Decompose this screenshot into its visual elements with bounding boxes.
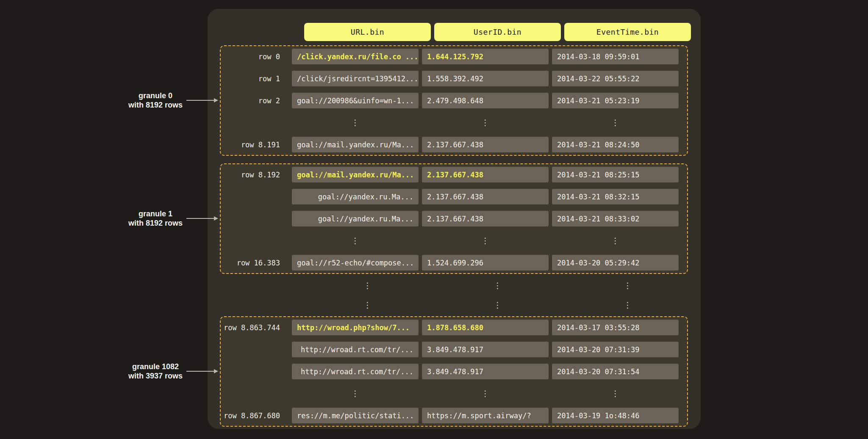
granule-0-box: row 0/click.yandex.ru/file.co ...1.644.1…	[220, 45, 688, 156]
cell-eventtime: 2014-03-20 05:29:42	[552, 255, 679, 271]
table-row: http://wroad.rt.com/tr/...3.849.478.9172…	[221, 364, 679, 379]
ellipsis-row: ⋮⋮⋮	[221, 386, 679, 401]
cell-url: /click/jsredircnt=1395412...	[292, 71, 419, 86]
ellipsis-row: ⋮⋮⋮	[221, 115, 679, 130]
cell-url: goal://mail.yandex.ru/Ma...	[292, 137, 419, 152]
granule-0-arrow-icon	[186, 100, 214, 101]
granule-name: granule 1082	[100, 362, 211, 371]
ellipsis: ⋮	[552, 119, 679, 127]
cell-url: goal://200986&uinfo=wn-1...	[292, 93, 419, 108]
row-label: row 2	[221, 97, 288, 105]
table-row: row 8.192goal://mail.yandex.ru/Ma...2.13…	[221, 167, 679, 182]
cell-userid: 2.137.667.438	[422, 189, 549, 204]
row-label: row 8.192	[221, 171, 288, 179]
diagram-panel: URL.bin UserID.bin EventTime.bin row 0/c…	[208, 9, 701, 429]
row-label: row 16.383	[221, 259, 288, 267]
table-row: row 2goal://200986&uinfo=wn-1...2.479.49…	[221, 93, 679, 108]
cell-userid: 2.479.498.648	[422, 93, 549, 108]
cell-url: http://wroad.rt.com/tr/...	[292, 364, 419, 379]
cell-eventtime: 2014-03-21 08:32:15	[552, 189, 679, 204]
cell-userid: 3.849.478.917	[422, 342, 549, 357]
between-granules-ellipsis-row: ⋮ ⋮ ⋮	[220, 276, 701, 295]
granule-rowcount: with 8192 rows	[100, 218, 211, 228]
ellipsis: ⋮	[434, 301, 561, 309]
ellipsis: ⋮	[434, 282, 561, 290]
cell-url: goal://mail.yandex.ru/Ma...	[292, 167, 419, 182]
table-row: row 1/click/jsredircnt=1395412...1.558.3…	[221, 71, 679, 86]
cell-eventtime: 2014-03-22 05:55:22	[552, 71, 679, 86]
table-row: goal://yandex.ru.Ma...2.137.667.4382014-…	[221, 211, 679, 226]
ellipsis: ⋮	[422, 389, 549, 398]
column-headers: URL.bin UserID.bin EventTime.bin	[220, 23, 701, 41]
cell-url: goal://r52-echo/#compose...	[292, 255, 419, 271]
granule-name: granule 1	[100, 209, 211, 218]
ellipsis: ⋮	[304, 282, 431, 290]
cell-eventtime: 2014-03-20 07:31:54	[552, 364, 679, 379]
table-row: goal://yandex.ru.Ma...2.137.667.4382014-…	[221, 189, 679, 204]
granule-1-box: row 8.192goal://mail.yandex.ru/Ma...2.13…	[220, 163, 688, 274]
granule-rowcount: with 8192 rows	[100, 100, 211, 110]
row-label: row 8.191	[221, 141, 288, 149]
cell-url: http://wroad.rt.com/tr/...	[292, 342, 419, 357]
ellipsis: ⋮	[422, 237, 549, 245]
row-label: row 1	[221, 75, 288, 83]
cell-eventtime: 2014-03-20 07:31:39	[552, 342, 679, 357]
row-label: row 8.867.680	[221, 411, 288, 420]
cell-url: http://wroad.php?show/7...	[292, 320, 419, 335]
cell-eventtime: 2014-03-19 1o:48:46	[552, 408, 679, 423]
ellipsis: ⋮	[552, 389, 679, 398]
ellipsis: ⋮	[552, 237, 679, 245]
cell-userid: 1.644.125.792	[422, 49, 549, 64]
cell-eventtime: 2014-03-21 08:25:15	[552, 167, 679, 182]
cell-eventtime: 2014-03-17 03:55:28	[552, 320, 679, 335]
cell-userid: 1.878.658.680	[422, 320, 549, 335]
cell-userid: https://m.sport.airway/?	[422, 408, 549, 423]
cell-url: goal://yandex.ru.Ma...	[292, 211, 419, 226]
table-row: http://wroad.rt.com/tr/...3.849.478.9172…	[221, 342, 679, 357]
granule-name: granule 0	[100, 91, 211, 100]
granule-1082-box: row 8.863.744http://wroad.php?show/7...1…	[220, 316, 688, 427]
table-row: row 8.867.680res://m.me/politic/stati...…	[221, 408, 679, 423]
cell-userid: 2.137.667.438	[422, 137, 549, 152]
cell-url: /click.yandex.ru/file.co ...	[292, 49, 419, 64]
column-header-userid: UserID.bin	[434, 23, 561, 41]
row-label: row 0	[221, 52, 288, 61]
granule-rowcount: with 3937 rows	[100, 371, 211, 381]
cell-url: goal://yandex.ru.Ma...	[292, 189, 419, 204]
cell-eventtime: 2014-03-21 08:24:50	[552, 137, 679, 152]
ellipsis: ⋮	[292, 389, 419, 398]
cell-eventtime: 2014-03-21 08:33:02	[552, 211, 679, 226]
ellipsis-row: ⋮⋮⋮	[221, 233, 679, 248]
column-header-url: URL.bin	[304, 23, 431, 41]
cell-url: res://m.me/politic/stati...	[292, 408, 419, 423]
cell-eventtime: 2014-03-18 09:59:01	[552, 49, 679, 64]
ellipsis: ⋮	[422, 119, 549, 127]
column-header-eventtime: EventTime.bin	[564, 23, 691, 41]
ellipsis: ⋮	[292, 119, 419, 127]
ellipsis: ⋮	[564, 282, 691, 290]
ellipsis: ⋮	[564, 301, 691, 309]
table-row: row 8.863.744http://wroad.php?show/7...1…	[221, 320, 679, 335]
cell-userid: 2.137.667.438	[422, 211, 549, 226]
cell-userid: 3.849.478.917	[422, 364, 549, 379]
ellipsis: ⋮	[304, 301, 431, 309]
cell-userid: 2.137.667.438	[422, 167, 549, 182]
granule-1082-arrow-icon	[186, 371, 214, 372]
granule-1-arrow-icon	[186, 218, 214, 219]
cell-userid: 1.558.392.492	[422, 71, 549, 86]
between-granules-ellipsis-row: ⋮ ⋮ ⋮	[220, 295, 701, 315]
ellipsis: ⋮	[292, 237, 419, 245]
table-row: row 16.383goal://r52-echo/#compose...1.5…	[221, 255, 679, 271]
cell-userid: 1.524.699.296	[422, 255, 549, 271]
table-row: row 8.191goal://mail.yandex.ru/Ma...2.13…	[221, 137, 679, 152]
cell-eventtime: 2014-03-21 05:23:19	[552, 93, 679, 108]
table-row: row 0/click.yandex.ru/file.co ...1.644.1…	[221, 49, 679, 64]
row-label: row 8.863.744	[221, 323, 288, 332]
